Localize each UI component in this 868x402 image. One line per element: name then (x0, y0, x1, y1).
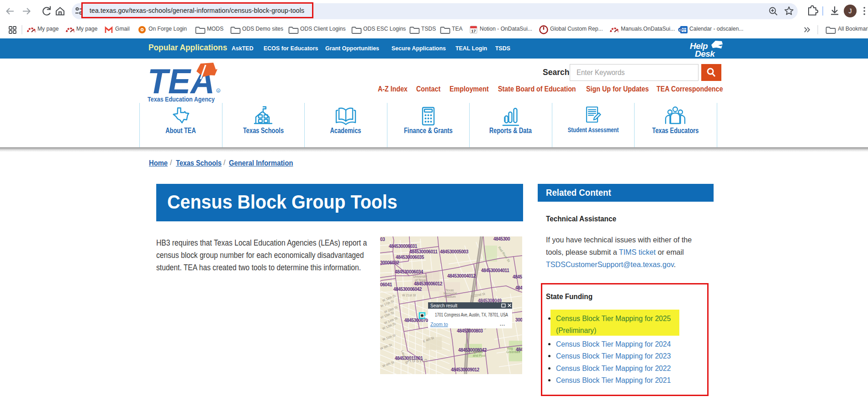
svg-text:17: 17 (471, 29, 476, 33)
svg-text:Memorial: Memorial (444, 292, 457, 295)
svg-text:30008: 30008 (515, 317, 522, 322)
svg-text:Stadium: Stadium (444, 295, 456, 298)
svg-text:484530006011: 484530006011 (409, 249, 438, 254)
svg-text:J: J (849, 7, 852, 15)
svg-text:1701 Congress Ave, Austin, TX,: 1701 Congress Ave, Austin, TX, 78701, US… (435, 312, 508, 317)
svg-text:University: University (413, 275, 427, 279)
svg-text:O: O (679, 28, 682, 32)
svg-text:Texas: Texas (445, 289, 454, 292)
svg-text:Search result: Search result (430, 303, 457, 308)
svg-text:484530009012: 484530009012 (451, 367, 480, 372)
svg-text:W 21st St: W 21st St (402, 294, 416, 297)
svg-text:484530005003: 484530005003 (440, 249, 469, 254)
svg-text:48453000700: 48453000700 (404, 318, 431, 323)
svg-text:484530004012: 484530004012 (447, 273, 476, 279)
svg-text:Greenbelt: Greenbelt (506, 350, 520, 354)
svg-text:484530006042: 484530006042 (393, 287, 422, 292)
svg-text:Austin: Austin (408, 357, 428, 364)
svg-text:30006032: 30006032 (380, 260, 399, 265)
svg-text:Zoom to: Zoom to (430, 322, 448, 327)
svg-text:484530004011: 484530004011 (481, 268, 509, 273)
svg-text:48453000803: 48453000803 (457, 328, 483, 333)
svg-text:484530: 484530 (513, 274, 522, 279)
svg-text:484530006012: 484530006012 (414, 281, 443, 286)
svg-text:...: ... (500, 321, 505, 327)
svg-text:of Texas: of Texas (415, 279, 427, 282)
svg-text:g Park: g Park (474, 350, 483, 354)
svg-text:484: 484 (515, 285, 522, 290)
svg-text:06041: 06041 (380, 282, 392, 287)
svg-text:Desk: Desk (695, 49, 715, 59)
svg-text:R: R (217, 90, 219, 92)
svg-text:484530006034: 484530006034 (395, 269, 423, 274)
svg-text:484530006031: 484530006031 (389, 244, 418, 249)
svg-text:484530006035: 484530006035 (396, 255, 424, 260)
svg-text:4845300: 4845300 (493, 236, 510, 241)
svg-text:Bog: Bog (507, 347, 513, 350)
svg-text:03: 03 (380, 237, 385, 242)
svg-text:Texas Education Agency: Texas Education Agency (148, 95, 215, 103)
svg-text:and Pool: and Pool (473, 354, 486, 357)
